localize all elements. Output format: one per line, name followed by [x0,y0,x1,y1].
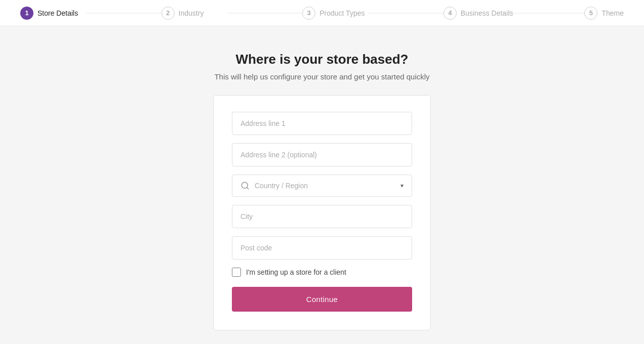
client-checkbox[interactable] [232,268,241,277]
svg-line-1 [247,187,248,189]
postcode-input[interactable] [232,236,412,260]
country-region-group: Country / Region ▾ [232,175,412,197]
client-checkbox-row: I'm setting up a store for a client [232,268,412,277]
postcode-group [232,236,412,260]
city-input[interactable] [232,205,412,228]
city-group [232,205,412,228]
country-select[interactable]: Country / Region ▾ [232,175,412,197]
client-checkbox-label[interactable]: I'm setting up a store for a client [246,268,346,276]
page-subtitle: This will help us configure your store a… [214,72,429,81]
step-theme[interactable]: 5 Theme [584,7,624,20]
step-3-label: Product Types [319,9,365,17]
step-1-label: Store Details [37,9,78,17]
address-line1-input[interactable] [232,112,412,135]
step-5-label: Theme [601,9,624,17]
step-business-details[interactable]: 4 Business Details [444,7,585,20]
step-3-badge: 3 [302,7,315,20]
page-title: Where is your store based? [236,52,409,67]
continue-button[interactable]: Continue [232,287,412,312]
step-5-badge: 5 [584,7,597,20]
step-2-label: Industry [179,9,204,17]
address-line2-group [232,143,412,166]
step-4-badge: 4 [444,7,457,20]
stepper-nav: 1 Store Details 2 Industry 3 Product Typ… [0,0,644,26]
step-2-badge: 2 [162,7,175,20]
country-placeholder: Country / Region [255,182,400,190]
step-store-details[interactable]: 1 Store Details [20,7,162,20]
address-line1-group [232,112,412,135]
step-industry[interactable]: 2 Industry [162,7,303,20]
main-content: Where is your store based? This will hel… [0,26,644,344]
address-line2-input[interactable] [232,143,412,166]
form-card: Country / Region ▾ I'm setting up a stor… [213,95,431,330]
step-product-types[interactable]: 3 Product Types [302,7,444,20]
chevron-down-icon: ▾ [400,182,404,189]
step-4-label: Business Details [461,9,513,17]
step-1-badge: 1 [20,7,33,20]
search-icon [240,181,250,190]
